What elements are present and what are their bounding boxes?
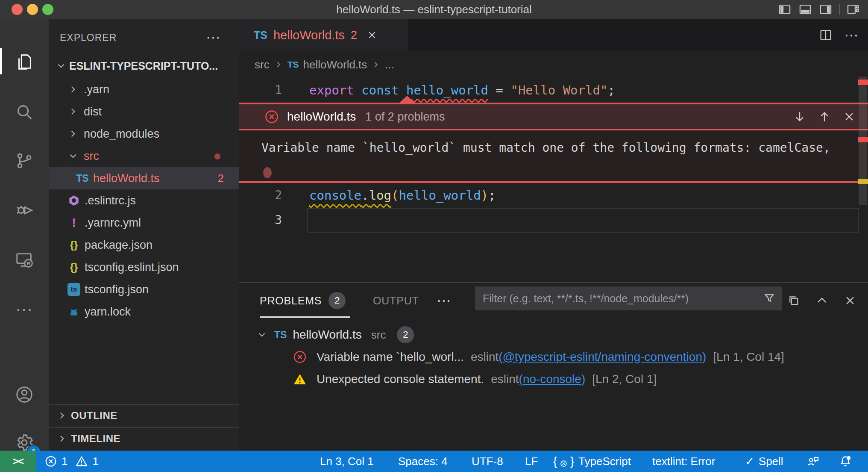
token-dot: . xyxy=(361,188,369,203)
typescript-file-icon: TS xyxy=(274,329,287,341)
open-in-editor-icon[interactable] xyxy=(787,294,801,307)
problem-message: Unexpected console statement. xyxy=(317,372,484,386)
split-editor-icon[interactable] xyxy=(818,28,833,42)
editor-more-actions-icon[interactable]: ⋯ xyxy=(844,27,859,44)
tree-item-tsconfig-json[interactable]: ts tsconfig.json xyxy=(49,278,239,301)
explorer-more-actions-icon[interactable]: ⋯ xyxy=(206,29,220,46)
error-icon xyxy=(264,109,279,124)
previous-problem-icon[interactable] xyxy=(818,110,831,124)
feedback-icon[interactable] xyxy=(806,451,820,472)
workspace-root-header[interactable]: ESLINT-TYPESCRIPT-TUTO... xyxy=(49,56,239,76)
breadcrumb-symbol[interactable]: ... xyxy=(385,58,394,71)
explorer-icon[interactable] xyxy=(15,52,34,72)
tree-item-yarn-folder[interactable]: .yarn xyxy=(49,78,239,100)
eol-status[interactable]: LF xyxy=(525,451,538,472)
filter-funnel-icon[interactable] xyxy=(763,292,776,305)
status-bar: >< 1 1 Ln 3, Col 1 Spaces: 4 UTF-8 LF {}… xyxy=(0,451,868,472)
panel-more-tabs-icon[interactable]: ⋯ xyxy=(437,283,451,318)
customize-layout-icon[interactable] xyxy=(846,2,860,17)
problems-count-badge: 2 xyxy=(218,172,224,185)
warning-icon xyxy=(293,372,307,386)
indentation-status[interactable]: Spaces: 4 xyxy=(398,451,448,472)
problems-tab-label: PROBLEMS xyxy=(260,295,322,307)
toggle-secondary-sidebar-icon[interactable] xyxy=(818,2,833,17)
problems-filter-input[interactable] xyxy=(475,292,763,305)
tree-item-eslintrc-js[interactable]: .eslintrc.js xyxy=(49,189,239,212)
warning-count: 1 xyxy=(92,455,98,468)
problem-location: [Ln 1, Col 14] xyxy=(713,350,784,364)
peek-problem-count: 1 of 2 problems xyxy=(365,110,445,124)
tab-output[interactable]: OUTPUT xyxy=(373,283,419,318)
run-debug-icon[interactable] xyxy=(15,200,34,220)
problem-location: [Ln 2, Col 1] xyxy=(592,372,657,386)
active-tab-underline xyxy=(260,316,350,318)
tree-item-label: helloWorld.ts xyxy=(93,172,160,185)
problems-status[interactable]: 1 1 xyxy=(44,451,99,472)
token-close-paren: ) xyxy=(481,188,488,203)
tree-item-helloworld-ts[interactable]: TS helloWorld.ts 2 xyxy=(49,167,239,189)
encoding-status[interactable]: UTF-8 xyxy=(472,451,503,472)
token-const: const xyxy=(361,83,406,97)
more-views-icon[interactable]: ⋯ xyxy=(0,300,49,319)
current-line-highlight[interactable] xyxy=(307,208,859,233)
tree-item-node-modules-folder[interactable]: node_modules xyxy=(49,123,239,145)
remote-indicator[interactable]: >< xyxy=(0,451,36,472)
language-status[interactable]: {} TypeScript xyxy=(553,451,631,472)
check-icon: ✓ xyxy=(745,455,754,468)
account-icon[interactable] xyxy=(15,385,34,404)
tab-helloworld-ts[interactable]: TS helloWorld.ts 2 xyxy=(239,19,408,51)
chevron-down-icon xyxy=(56,60,67,71)
tab-problems[interactable]: PROBLEMS 2 xyxy=(260,283,346,318)
chevron-right-icon xyxy=(56,433,67,444)
toggle-sidebar-icon[interactable] xyxy=(777,2,792,17)
token-arg: hello_world xyxy=(399,188,481,203)
remote-explorer-icon[interactable] xyxy=(15,250,34,270)
next-problem-icon[interactable] xyxy=(793,110,806,124)
brace-close: } xyxy=(570,455,574,468)
eslint-file-icon xyxy=(65,193,83,208)
problems-file-name: helloWorld.ts xyxy=(293,328,361,342)
tree-item-tsconfig-eslint-json[interactable]: {} tsconfig.eslint.json xyxy=(49,256,239,278)
json-file-icon: {} xyxy=(65,238,83,252)
cursor-position[interactable]: Ln 3, Col 1 xyxy=(320,451,374,472)
peek-message-area[interactable]: Variable name `hello_world` must match o… xyxy=(239,130,868,181)
tree-item-label: tsconfig.eslint.json xyxy=(85,261,179,274)
close-panel-icon[interactable] xyxy=(843,294,857,307)
error-count: 1 xyxy=(62,455,67,468)
breadcrumb-file[interactable]: helloWorld.ts xyxy=(303,58,367,71)
tree-item-label: dist xyxy=(84,105,102,118)
tab-problems-count: 2 xyxy=(351,29,357,42)
source-control-icon[interactable] xyxy=(15,151,34,171)
no-issues-x-icon xyxy=(560,460,567,467)
maximize-panel-icon[interactable] xyxy=(815,294,829,307)
breadcrumb: src TS helloWorld.ts ... xyxy=(239,51,868,78)
code-line-2[interactable]: console.log(hello_world); xyxy=(309,183,496,208)
code-line-1[interactable]: export const hello_world = "Hello World"… xyxy=(309,78,615,103)
tree-item-yarnrc-yml[interactable]: ! .yarnrc.yml xyxy=(49,212,239,234)
problems-filter xyxy=(475,286,782,310)
problem-row-error[interactable]: Variable name `hello_worl... eslint (@ty… xyxy=(239,346,868,368)
problem-rule-link[interactable]: (no-console) xyxy=(519,372,586,386)
spell-status[interactable]: ✓ Spell xyxy=(745,451,783,472)
outline-section-label: OUTLINE xyxy=(71,410,117,422)
timeline-section-header[interactable]: TIMELINE xyxy=(49,427,239,449)
typescript-file-icon: TS xyxy=(254,29,267,41)
tree-item-package-json[interactable]: {} package.json xyxy=(49,234,239,256)
problem-rule-link[interactable]: (@typescript-eslint/naming-convention) xyxy=(499,350,706,364)
textlint-status[interactable]: textlint: Error xyxy=(652,451,715,472)
tree-item-src-folder[interactable]: src xyxy=(49,145,239,167)
error-icon xyxy=(44,455,57,468)
tree-item-dist-folder[interactable]: dist xyxy=(49,100,239,123)
toggle-panel-icon[interactable] xyxy=(798,2,812,17)
token-open-paren: ( xyxy=(391,188,399,203)
outline-section-header[interactable]: OUTLINE xyxy=(49,404,239,426)
peek-close-icon[interactable] xyxy=(842,110,856,124)
tree-item-yarn-lock[interactable]: yarn.lock xyxy=(49,301,239,323)
breadcrumb-dir[interactable]: src xyxy=(255,58,270,71)
notifications-bell-icon[interactable] xyxy=(838,451,853,472)
tab-close-icon[interactable] xyxy=(367,30,378,41)
problems-file-group[interactable]: TS helloWorld.ts src 2 xyxy=(239,324,868,346)
search-icon[interactable] xyxy=(15,102,34,122)
tab-label: helloWorld.ts xyxy=(273,28,345,42)
problem-row-warning[interactable]: Unexpected console statement. eslint (no… xyxy=(239,368,868,390)
